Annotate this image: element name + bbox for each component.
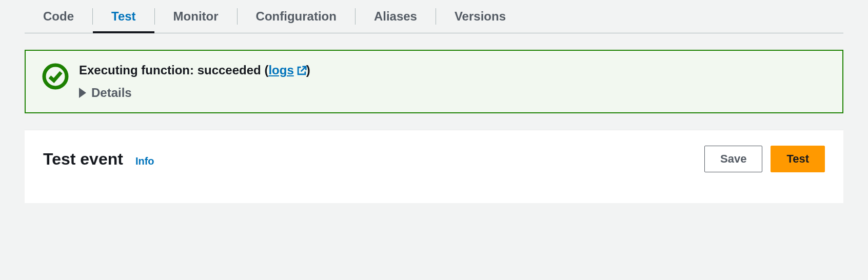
tab-monitor[interactable]: Monitor	[155, 0, 237, 33]
logs-link-text: logs	[268, 63, 293, 77]
logs-link[interactable]: logs	[268, 63, 306, 77]
alert-content: Executing function: succeeded ( logs )	[79, 63, 826, 100]
panel-actions: Save Test	[704, 146, 825, 172]
tab-test[interactable]: Test	[93, 0, 154, 33]
success-alert: Executing function: succeeded ( logs )	[25, 50, 843, 113]
lambda-test-page: Code Test Monitor Configuration Aliases …	[0, 0, 868, 203]
success-check-icon	[42, 63, 69, 90]
alert-title-suffix: )	[306, 63, 310, 77]
alert-title: Executing function: succeeded ( logs )	[79, 63, 826, 77]
caret-right-icon	[79, 88, 86, 98]
panel-title: Test event	[43, 150, 123, 169]
alert-title-prefix: Executing function: succeeded (	[79, 63, 268, 77]
external-link-icon	[296, 65, 306, 75]
panel-header: Test event Info Save Test	[43, 146, 825, 172]
tab-bar: Code Test Monitor Configuration Aliases …	[25, 0, 843, 33]
test-event-panel: Test event Info Save Test	[25, 130, 843, 203]
tab-configuration[interactable]: Configuration	[238, 0, 355, 33]
tab-versions[interactable]: Versions	[436, 0, 524, 33]
details-label: Details	[91, 86, 132, 100]
save-button[interactable]: Save	[704, 146, 762, 172]
details-toggle[interactable]: Details	[79, 86, 826, 100]
tab-code[interactable]: Code	[25, 0, 92, 33]
info-link[interactable]: Info	[135, 155, 154, 167]
tab-aliases[interactable]: Aliases	[356, 0, 436, 33]
test-button[interactable]: Test	[771, 146, 825, 172]
panel-title-wrap: Test event Info	[43, 150, 154, 169]
